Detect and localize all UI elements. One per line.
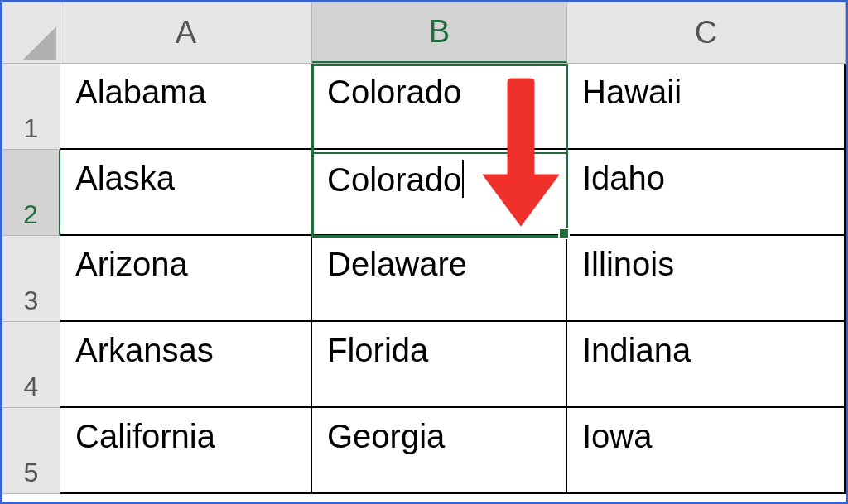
cell-A4[interactable]: Arkansas — [60, 322, 312, 408]
spreadsheet: A B C 1 Alabama Colorado Hawaii 2 Alaska… — [2, 2, 846, 502]
cell-B4[interactable]: Florida — [312, 322, 567, 408]
row-1: 1 Alabama Colorado Hawaii — [2, 64, 846, 150]
cell-C1[interactable]: Hawaii — [567, 64, 846, 150]
row-header-4[interactable]: 4 — [2, 322, 60, 408]
cell-C2[interactable]: Idaho — [567, 150, 846, 236]
select-all-triangle-icon — [23, 26, 56, 60]
column-header-B[interactable]: B — [312, 2, 567, 63]
row-2: 2 Alaska Colorado Idaho — [2, 150, 846, 236]
column-header-A[interactable]: A — [60, 2, 312, 63]
row-header-5[interactable]: 5 — [2, 408, 60, 494]
row-header-3[interactable]: 3 — [2, 236, 60, 322]
cell-B5[interactable]: Georgia — [312, 408, 567, 494]
row-3: 3 Arizona Delaware Illinois — [2, 236, 846, 322]
grid-body: 1 Alabama Colorado Hawaii 2 Alaska Color… — [2, 64, 846, 494]
row-header-1[interactable]: 1 — [2, 64, 60, 150]
cell-B1[interactable]: Colorado — [312, 64, 567, 150]
cell-A2[interactable]: Alaska — [60, 150, 312, 236]
row-header-2[interactable]: 2 — [2, 150, 60, 236]
cell-C3[interactable]: Illinois — [567, 236, 846, 322]
row-4: 4 Arkansas Florida Indiana — [2, 322, 846, 408]
cell-C4[interactable]: Indiana — [567, 322, 846, 408]
svg-marker-0 — [23, 26, 56, 60]
cell-B2[interactable]: Colorado — [312, 150, 567, 236]
cell-C5[interactable]: Iowa — [567, 408, 846, 494]
cell-A5[interactable]: California — [60, 408, 312, 494]
cell-B3[interactable]: Delaware — [312, 236, 567, 322]
select-all-corner[interactable] — [2, 2, 60, 63]
row-5: 5 California Georgia Iowa — [2, 408, 846, 494]
column-header-row: A B C — [2, 2, 846, 64]
column-header-C[interactable]: C — [567, 2, 846, 63]
cell-A3[interactable]: Arizona — [60, 236, 312, 322]
cell-A1[interactable]: Alabama — [60, 64, 312, 150]
